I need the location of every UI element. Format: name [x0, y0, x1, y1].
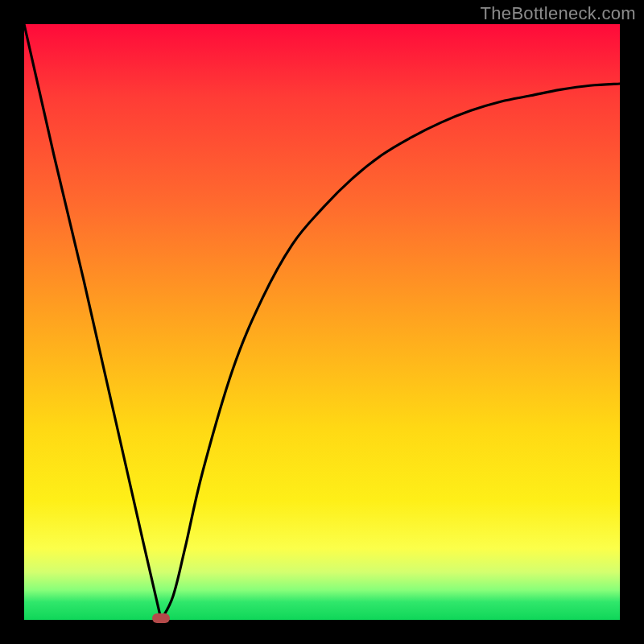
curve-layer	[24, 24, 620, 620]
minimum-marker	[152, 613, 170, 623]
chart-frame: TheBottleneck.com	[0, 0, 644, 644]
bottleneck-curve	[24, 24, 620, 620]
watermark-text: TheBottleneck.com	[481, 3, 636, 24]
plot-area	[24, 24, 620, 620]
